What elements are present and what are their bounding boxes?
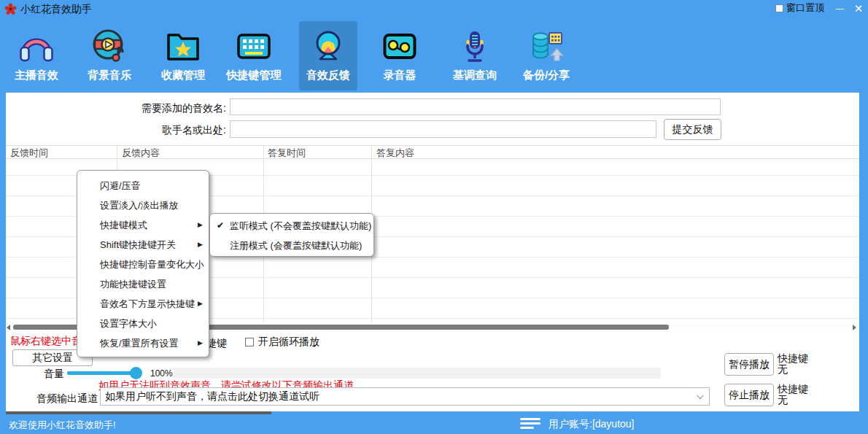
pause-hotkey-info: 快捷键 无 (778, 353, 808, 375)
submenu-item-register-mode[interactable]: 注册模式 (会覆盖按键默认功能) (210, 236, 373, 255)
toolbar-item-anchor-sounds[interactable]: 主播音效 (7, 21, 66, 90)
toolbar-label: 收藏管理 (161, 69, 205, 82)
toolbar-item-recorder[interactable]: 录音器 (371, 21, 429, 90)
window-title: 小红花音效助手 (20, 3, 92, 16)
menu-item-font-size[interactable]: 设置字体大小 (77, 314, 209, 333)
hotkey-label: 快捷键 (778, 353, 808, 364)
music-disc-icon (90, 26, 128, 66)
toolbar-item-favorites[interactable]: 收藏管理 (154, 21, 212, 90)
toolbar-label: 录音器 (384, 69, 416, 82)
microphone-icon (456, 26, 494, 66)
volume-value: 100% (150, 368, 173, 379)
loop-playback-checkbox[interactable]: 开启循环播放 (245, 336, 319, 349)
submenu-arrow-icon: ▶ (198, 215, 203, 235)
backup-icon (527, 26, 565, 66)
toolbar-item-hotkey-manager[interactable]: 快捷键管理 (225, 21, 283, 90)
hotkey-label: 快捷键 (778, 384, 808, 395)
pause-playback-button[interactable]: 暂停播放 (724, 353, 774, 376)
app-window: 小红花音效助手 窗口置顶 ─ ✕ 主播音效 (0, 0, 868, 434)
audio-channel-value: 如果用户听不到声音，请点击此处切换通道试听 (105, 390, 319, 403)
loop-playback-label: 开启循环播放 (258, 336, 319, 349)
feedback-icon (309, 26, 347, 66)
status-bar: 欢迎使用小红花音效助手! 用户账号:[dayutou] (0, 414, 868, 434)
stop-hotkey-info: 快捷键 无 (778, 384, 808, 406)
menu-item-hotkey-mode[interactable]: 快捷键模式▶ (77, 215, 209, 235)
sound-name-input[interactable] (230, 98, 721, 115)
volume-meter-bar (174, 368, 661, 379)
toolbar-label: 背景音乐 (88, 69, 131, 82)
submenu-arrow-icon: ▶ (198, 294, 203, 314)
pin-window-label: 窗口置顶 (786, 1, 824, 15)
close-button[interactable]: ✕ (849, 1, 868, 17)
toolbar-item-key-query[interactable]: 基调查询 (446, 21, 504, 90)
submenu-arrow-icon: ▶ (198, 333, 203, 353)
hotkey-mode-submenu: ✔ 监听模式 (不会覆盖按键默认功能) 注册模式 (会覆盖按键默认功能) (209, 213, 374, 257)
toolbar-label: 主播音效 (15, 69, 58, 82)
toolbar-item-backup-share[interactable]: 备份/分享 (517, 21, 576, 90)
context-menu: 闪避/压音 设置淡入/淡出播放 快捷键模式▶ Shift键快捷键开关▶ 快捷键控… (77, 170, 209, 357)
stop-playback-button[interactable]: 停止播放 (724, 384, 774, 406)
menu-item-fade-in-out[interactable]: 设置淡入/淡出播放 (77, 195, 209, 215)
app-flower-icon (4, 3, 17, 15)
cassette-icon (381, 26, 419, 66)
checkbox-icon (775, 4, 783, 12)
singer-source-label: 歌手名或出处: (109, 124, 226, 137)
volume-label: 音量 (35, 368, 64, 381)
audio-channel-select[interactable]: 如果用户听不到声音，请点击此处切换通道试听 (100, 387, 710, 406)
menu-item-duck-audio[interactable]: 闪避/压音 (77, 176, 209, 195)
title-bar: 小红花音效助手 窗口置顶 ─ ✕ (0, 0, 868, 19)
checkbox-icon (245, 338, 254, 346)
toolbar-item-background-music[interactable]: 背景音乐 (80, 21, 139, 90)
menu-item-hotkey-volume-step[interactable]: 快捷键控制音量变化大小 (77, 255, 209, 274)
scroll-right-arrow-icon[interactable] (853, 325, 856, 330)
volume-slider-handle[interactable] (130, 367, 142, 379)
table-header-top-border (6, 145, 859, 146)
volume-slider-track[interactable] (67, 371, 137, 375)
minimize-button[interactable]: ─ (830, 1, 849, 17)
menu-hamburger-icon[interactable] (520, 418, 542, 430)
toolbar-label: 备份/分享 (523, 69, 570, 82)
menu-item-reset-all-settings[interactable]: 恢复/重置所有设置▶ (77, 333, 209, 353)
status-welcome-text: 欢迎使用小红花音效助手! (9, 419, 116, 432)
toolbar-item-feedback[interactable]: 音效反馈 (299, 21, 357, 90)
right-click-hint-text: 鼠标右键选中音 (10, 335, 82, 348)
pin-window-checkbox[interactable]: 窗口置顶 (775, 1, 824, 15)
submenu-arrow-icon: ▶ (198, 235, 203, 255)
audio-channel-label: 音频输出通道 (32, 392, 98, 406)
toolbar-label: 快捷键管理 (227, 69, 282, 82)
submit-feedback-button[interactable]: 提交反馈 (664, 119, 721, 140)
menu-item-function-hotkey-settings[interactable]: 功能快捷键设置 (77, 274, 209, 294)
menu-item-show-hotkey-under-name[interactable]: 音效名下方显示快捷键▶ (77, 294, 209, 314)
headphones-icon (18, 26, 55, 66)
toolbar-label: 音效反馈 (306, 69, 350, 82)
check-icon: ✔ (217, 216, 224, 236)
toolbar-label: 基调查询 (453, 69, 497, 82)
sound-name-label: 需要添加的音效名: (109, 102, 226, 115)
scroll-left-arrow-icon[interactable] (7, 325, 10, 330)
menu-item-shift-hotkey-toggle[interactable]: Shift键快捷键开关▶ (77, 235, 209, 255)
singer-source-input[interactable] (230, 120, 656, 138)
hotkey-value: 无 (778, 395, 808, 406)
hotkey-value: 无 (778, 364, 808, 375)
hotkey-checkbox-label-fragment: 捷键 (206, 337, 227, 350)
submenu-item-listen-mode[interactable]: ✔ 监听模式 (不会覆盖按键默认功能) (210, 216, 373, 236)
chevron-down-icon (697, 392, 704, 399)
folder-star-icon (164, 26, 202, 66)
keyboard-icon (235, 26, 273, 66)
user-account-text: 用户账号:[dayutou] (549, 418, 635, 431)
